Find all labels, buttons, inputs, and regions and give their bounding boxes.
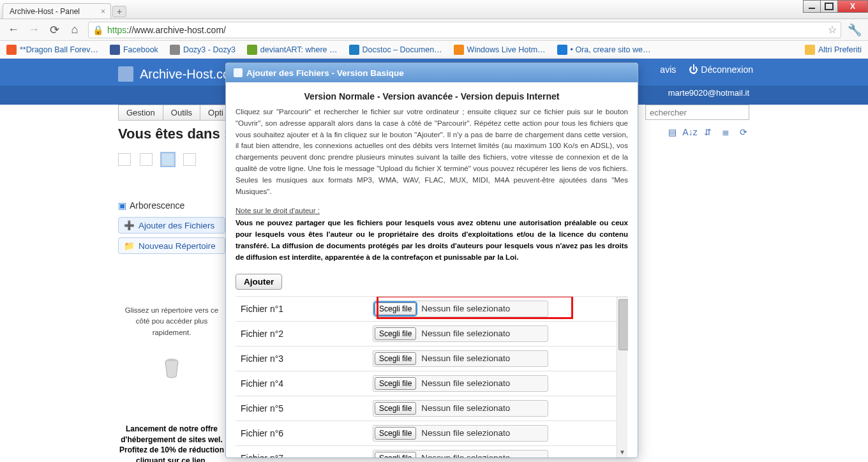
modal-title: Ajouter des Fichiers - Version Basique — [246, 68, 404, 78]
browser-toolbar: ← → ⟳ ⌂ 🔒 https://www.archive-host.com/ … — [0, 19, 868, 41]
window-maximize-button[interactable] — [820, 0, 838, 13]
ajouter-button[interactable]: Ajouter — [236, 274, 282, 290]
file-input[interactable]: Scegli fileNessun file selezionato — [373, 425, 548, 442]
file-row-control: Scegli fileNessun file selezionato — [373, 375, 628, 392]
tree-icon: ▣ — [118, 200, 126, 211]
sidebar-add-files[interactable]: ➕ Ajouter des Fichiers — [118, 217, 225, 234]
file-input[interactable]: Scegli fileNessun file selezionato — [373, 450, 548, 458]
view-music-icon[interactable] — [161, 153, 174, 166]
choose-file-button[interactable]: Scegli file — [375, 352, 416, 365]
bookmark-star-icon[interactable]: ☆ — [828, 24, 837, 36]
browser-tab-active[interactable]: Archive-Host - Panel × — [3, 3, 111, 19]
favicon-icon — [247, 45, 257, 55]
bookmark-dragonball[interactable]: **Dragon Ball Forev… — [6, 45, 98, 55]
scroll-down-icon[interactable]: ▼ — [617, 447, 627, 458]
brand[interactable]: Archive-Host.co — [118, 66, 230, 82]
choose-file-button[interactable]: Scegli file — [375, 402, 416, 415]
tab-title: Archive-Host - Panel — [10, 7, 80, 16]
reload-icon[interactable]: ⟳ — [47, 23, 61, 37]
bookmark-bar: **Dragon Ball Forev… Facebook Dozy3 - Do… — [0, 41, 868, 59]
file-row: Fichier n°2Scegli fileNessun file selezi… — [236, 322, 628, 346]
choose-file-button[interactable]: Scegli file — [375, 302, 416, 315]
back-icon[interactable]: ← — [6, 23, 20, 37]
instructions-text: Cliquez sur "Parcourir" et rechercher le… — [236, 107, 628, 198]
upload-modal: Ajouter des Fichiers - Version Basique V… — [225, 63, 638, 458]
file-row-control: Scegli fileNessun file selezionato — [373, 350, 628, 367]
settings-icon[interactable]: 🔧 — [848, 23, 862, 37]
link-logout[interactable]: ⏻Déconnexion — [689, 64, 753, 75]
file-row-control: Scegli fileNessun file selezionato — [373, 450, 628, 458]
window-close-button[interactable]: X — [837, 0, 868, 13]
no-file-label: Nessun file selezionato — [421, 354, 510, 363]
file-row: Fichier n°5Scegli fileNessun file selezi… — [236, 396, 628, 421]
file-row: Fichier n°7Scegli fileNessun file selezi… — [236, 446, 628, 458]
view-video-icon[interactable] — [183, 153, 196, 166]
close-icon[interactable]: × — [101, 7, 105, 16]
address-bar[interactable]: 🔒 https://www.archive-host.com/ ☆ — [88, 22, 841, 38]
tool-sort-az-icon[interactable]: A↓z — [684, 126, 696, 138]
tool-refresh-icon[interactable]: ⟳ — [738, 126, 749, 138]
url-scheme: https — [107, 25, 126, 35]
favicon-icon — [349, 45, 359, 55]
file-input[interactable]: Scegli fileNessun file selezionato — [373, 375, 548, 392]
add-file-icon: ➕ — [124, 220, 135, 230]
tree-header[interactable]: ▣ Arborescence — [118, 183, 225, 211]
new-tab-button[interactable]: + — [112, 6, 126, 17]
file-row-label: Fichier n°3 — [236, 354, 373, 364]
tool-list-icon[interactable]: ≣ — [720, 126, 731, 138]
page-content: Archive-Host.co avis ⏻Déconnexion marte9… — [0, 59, 868, 462]
file-row-control: Scegli fileNessun file selezionato — [373, 301, 628, 317]
bookmark-deviantart[interactable]: deviantART: where … — [247, 45, 338, 55]
drop-hint: Glissez un répertoire vers ce côté pou a… — [118, 305, 225, 338]
file-input[interactable]: Scegli fileNessun file selezionato — [373, 350, 548, 367]
view-documents-icon[interactable] — [118, 153, 131, 166]
file-input[interactable]: Scegli fileNessun file selezionato — [373, 301, 548, 317]
tab-strip: Archive-Host - Panel × + — [0, 0, 868, 19]
home-icon[interactable]: ⌂ — [68, 23, 82, 37]
bookmark-dozy3[interactable]: Dozy3 - Dozy3 — [170, 45, 236, 55]
no-file-label: Nessun file selezionato — [421, 378, 510, 388]
tab-outils[interactable]: Outils — [163, 105, 200, 121]
choose-file-button[interactable]: Scegli file — [375, 377, 416, 390]
scrollbar[interactable]: ▲ ▼ — [617, 297, 627, 458]
favicon-icon — [170, 45, 180, 55]
url-rest: ://www.archive-host.com/ — [126, 25, 226, 35]
search-input[interactable] — [645, 105, 749, 120]
bookmark-hotmail[interactable]: Windows Live Hotm… — [454, 45, 546, 55]
modal-body: Version Normale - Version avancée - Vers… — [226, 82, 638, 458]
tab-gestion[interactable]: Gestion — [118, 105, 163, 121]
sidebar-new-directory[interactable]: 📁 Nouveau Répertoire — [118, 237, 225, 254]
trash-icon[interactable] — [118, 357, 225, 379]
bookmark-other-folder[interactable]: Altri Preferiti — [805, 45, 862, 55]
no-file-label: Nessun file selezionato — [421, 304, 510, 313]
favicon-icon — [454, 45, 464, 55]
choose-file-button[interactable]: Scegli file — [375, 327, 416, 340]
no-file-label: Nessun file selezionato — [421, 329, 510, 338]
bookmark-docstoc[interactable]: Docstoc – Documen… — [349, 45, 442, 55]
choose-file-button[interactable]: Scegli file — [375, 452, 416, 458]
window-controls: X — [804, 0, 868, 13]
bookmark-facebook[interactable]: Facebook — [110, 45, 158, 55]
view-images-icon[interactable] — [140, 153, 153, 166]
sidebar: ▣ Arborescence ➕ Ajouter des Fichiers 📁 … — [118, 153, 225, 462]
version-tabs[interactable]: Version Normale - Version avancée - Vers… — [236, 89, 628, 107]
header-links: avis ⏻Déconnexion — [660, 64, 753, 75]
choose-file-button[interactable]: Scegli file — [375, 427, 416, 440]
file-input[interactable]: Scegli fileNessun file selezionato — [373, 325, 548, 342]
bookmark-ora[interactable]: • Ora, creare sito we… — [557, 45, 651, 55]
modal-header[interactable]: Ajouter des Fichiers - Version Basique — [226, 63, 638, 82]
tool-sort-arrows-icon[interactable]: ⇵ — [702, 126, 714, 138]
scroll-thumb[interactable] — [618, 299, 628, 350]
file-input[interactable]: Scegli fileNessun file selezionato — [373, 400, 548, 417]
link-avis[interactable]: avis — [660, 64, 676, 75]
window-minimize-button[interactable] — [803, 0, 821, 13]
favicon-icon — [557, 45, 567, 55]
file-row-label: Fichier n°7 — [236, 453, 373, 458]
file-row: Fichier n°4Scegli fileNessun file selezi… — [236, 371, 628, 396]
forward-icon[interactable]: → — [27, 23, 41, 37]
tool-filter-icon[interactable]: ▤ — [666, 126, 678, 138]
file-row-label: Fichier n°6 — [236, 428, 373, 438]
upload-icon — [234, 68, 243, 77]
file-list: Fichier n°1Scegli fileNessun file selezi… — [236, 296, 628, 458]
no-file-label: Nessun file selezionato — [421, 428, 510, 438]
